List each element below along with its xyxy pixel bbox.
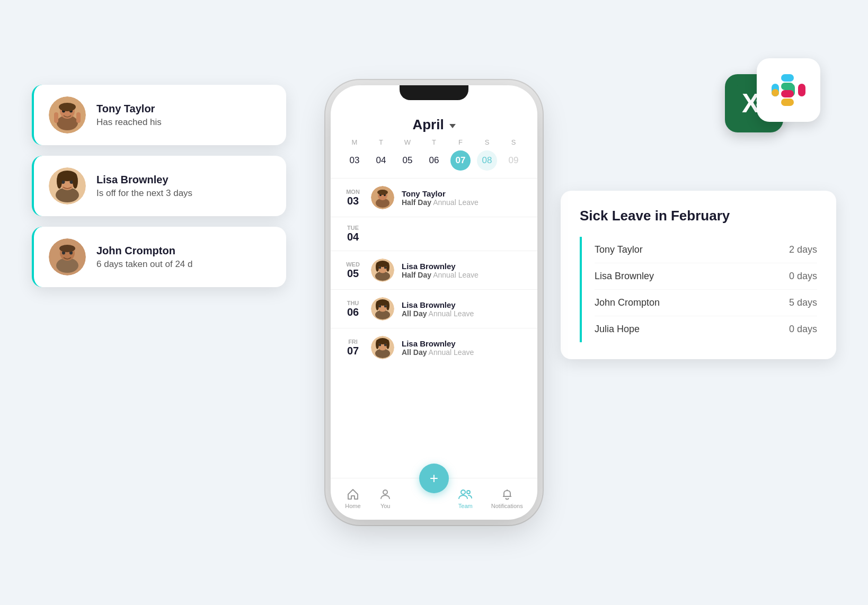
sick-days-tony: 2 days bbox=[789, 244, 817, 255]
event-date-col-mon: MON 03 bbox=[342, 189, 364, 207]
event-name-lisa-2: Lisa Brownley bbox=[402, 300, 474, 309]
home-icon bbox=[347, 488, 359, 501]
right-panel: X bbox=[561, 58, 836, 359]
nav-item-notifications[interactable]: Notifications bbox=[491, 488, 523, 509]
nav-item-team[interactable]: Team bbox=[458, 488, 473, 509]
app-icons-container: X bbox=[561, 58, 836, 138]
event-name-lisa-1: Lisa Brownley bbox=[402, 262, 479, 271]
sick-days-lisa: 0 days bbox=[789, 271, 817, 282]
svg-rect-6 bbox=[76, 112, 81, 123]
svg-rect-22 bbox=[60, 246, 74, 251]
event-mon-03: MON 03 bbox=[331, 178, 537, 217]
day-label-s2: S bbox=[500, 138, 527, 146]
event-date-col-fri: FRI 07 bbox=[342, 339, 364, 357]
event-type-lisa-2: All Day Annual Leave bbox=[402, 309, 474, 318]
event-tue-04: TUE 04 bbox=[331, 217, 537, 251]
slack-logo bbox=[767, 69, 810, 111]
event-avatar-lisa-2 bbox=[371, 297, 394, 321]
svg-rect-70 bbox=[781, 90, 794, 97]
phone-bottom: + Home You bbox=[331, 478, 537, 520]
event-dow-fri: FRI bbox=[348, 339, 358, 345]
team-icon bbox=[458, 488, 473, 501]
sick-leave-list: Tony Taylor 2 days Lisa Brownley 0 days … bbox=[580, 237, 817, 342]
phone: April M T W T F S S 03 04 05 bbox=[331, 85, 537, 520]
day-label-m: M bbox=[341, 138, 368, 146]
cal-date-06[interactable]: 06 bbox=[424, 150, 444, 171]
svg-point-36 bbox=[386, 262, 389, 272]
notif-name-john: John Crompton bbox=[96, 245, 192, 257]
sick-days-julia: 0 days bbox=[789, 324, 817, 335]
cal-date-05[interactable]: 05 bbox=[397, 150, 418, 171]
events-list: MON 03 bbox=[331, 178, 537, 478]
event-avatar-lisa-3 bbox=[371, 336, 394, 359]
notif-text-tony: Tony Taylor Has reached his bbox=[96, 103, 162, 128]
sick-person-tony: Tony Taylor bbox=[595, 244, 643, 255]
avatar-lisa bbox=[49, 167, 86, 204]
event-info-lisa-3: Lisa Brownley All Day Annual Leave bbox=[402, 339, 474, 357]
event-info-lisa-2: Lisa Brownley All Day Annual Leave bbox=[402, 300, 474, 318]
event-type-lisa-3: All Day Annual Leave bbox=[402, 348, 474, 357]
svg-point-55 bbox=[467, 491, 470, 494]
notification-cards: Tony Taylor Has reached his bbox=[32, 85, 286, 287]
cal-date-03[interactable]: 03 bbox=[344, 150, 365, 171]
sick-person-john: John Crompton bbox=[595, 297, 660, 308]
svg-point-35 bbox=[376, 262, 379, 272]
svg-point-52 bbox=[386, 340, 389, 349]
event-fri-07: FRI 07 bbox=[331, 328, 537, 367]
event-day-05: 05 bbox=[347, 268, 359, 280]
calendar-days-header: M T W T F S S bbox=[331, 138, 537, 146]
cal-date-09[interactable]: 09 bbox=[503, 150, 524, 171]
svg-rect-5 bbox=[54, 112, 58, 123]
svg-point-54 bbox=[461, 490, 465, 494]
sick-leave-card: Sick Leave in February Tony Taylor 2 day… bbox=[561, 191, 836, 359]
sick-leave-row-julia: Julia Hope 0 days bbox=[595, 316, 817, 342]
notif-text-lisa: Lisa Brownley Is off for the next 3 days bbox=[96, 174, 192, 199]
event-date-col-tue: TUE 04 bbox=[342, 225, 364, 243]
phone-notch bbox=[400, 85, 468, 100]
event-dow-thu: THU bbox=[347, 300, 359, 306]
svg-point-15 bbox=[73, 174, 78, 189]
calendar-dates: 03 04 05 06 07 08 09 bbox=[331, 149, 537, 172]
svg-point-28 bbox=[377, 190, 388, 195]
svg-point-44 bbox=[386, 301, 389, 310]
event-dow-mon: MON bbox=[346, 189, 360, 195]
day-label-f: F bbox=[447, 138, 474, 146]
phone-content: April M T W T F S S 03 04 05 bbox=[331, 85, 537, 520]
day-label-w: W bbox=[394, 138, 421, 146]
calendar-header[interactable]: April bbox=[331, 109, 537, 138]
nav-item-home[interactable]: Home bbox=[345, 488, 360, 509]
event-day-04: 04 bbox=[347, 231, 359, 243]
svg-point-53 bbox=[383, 490, 387, 494]
nav-label-you: You bbox=[380, 503, 391, 509]
cal-date-07[interactable]: 07 bbox=[450, 150, 471, 171]
svg-rect-66 bbox=[781, 83, 794, 90]
sick-leave-title: Sick Leave in February bbox=[580, 208, 817, 224]
sick-person-julia: Julia Hope bbox=[595, 324, 640, 335]
event-thu-06: THU 06 bbox=[331, 289, 537, 328]
chevron-down-icon bbox=[449, 124, 456, 128]
event-wed-05: WED 05 bbox=[331, 251, 537, 289]
nav-item-you[interactable]: You bbox=[379, 488, 392, 509]
notif-card-tony: Tony Taylor Has reached his bbox=[32, 85, 286, 145]
sick-leave-row-john: John Crompton 5 days bbox=[595, 290, 817, 316]
event-info-lisa-1: Lisa Brownley Half Day Annual Leave bbox=[402, 262, 479, 279]
day-label-t1: T bbox=[368, 138, 394, 146]
svg-point-51 bbox=[376, 340, 379, 349]
notif-desc-lisa: Is off for the next 3 days bbox=[96, 188, 192, 199]
cal-date-04[interactable]: 04 bbox=[371, 150, 391, 171]
event-dow-wed: WED bbox=[346, 261, 360, 268]
event-dow-tue: TUE bbox=[347, 225, 359, 231]
calendar-month: April bbox=[412, 117, 444, 133]
notif-name-tony: Tony Taylor bbox=[96, 103, 162, 115]
svg-rect-64 bbox=[781, 74, 794, 82]
event-avatar-tony-1 bbox=[371, 186, 394, 209]
cal-date-08[interactable]: 08 bbox=[477, 150, 497, 171]
nav-label-notifications: Notifications bbox=[491, 503, 523, 509]
event-day-06: 06 bbox=[347, 306, 359, 318]
scene: Tony Taylor Has reached his bbox=[0, 0, 868, 605]
fab-button[interactable]: + bbox=[419, 464, 449, 493]
notif-desc-john: 6 days taken out of 24 d bbox=[96, 259, 192, 270]
day-label-t2: T bbox=[421, 138, 447, 146]
event-type-lisa-1: Half Day Annual Leave bbox=[402, 271, 479, 279]
notif-card-lisa: Lisa Brownley Is off for the next 3 days bbox=[32, 156, 286, 216]
